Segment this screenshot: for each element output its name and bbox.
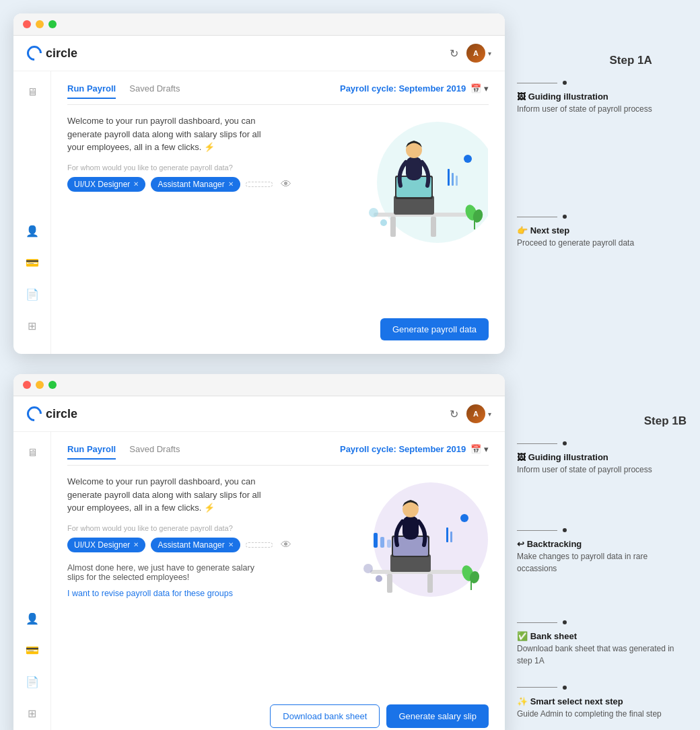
close-btn-1a[interactable] [23, 20, 31, 28]
illustration-svg-1b [333, 472, 488, 614]
sidebar-user-icon-1b[interactable]: 👤 [22, 608, 43, 629]
sidebar-monitor-icon[interactable]: 🖥 [23, 82, 42, 102]
download-bank-sheet-btn[interactable]: Download bank sheet [270, 704, 380, 728]
titlebar-1b [13, 374, 505, 396]
svg-rect-17 [456, 176, 458, 186]
avatar-wrap-1a[interactable]: A ▾ [466, 44, 491, 63]
anno-backtrack-desc-1b: Make changes to payroll data in rare occ… [517, 551, 687, 575]
anno-illus-desc-1b: Inform user of state of payroll process [517, 464, 687, 476]
eye-icon-1a[interactable]: 👁 [281, 178, 291, 190]
anno-bank-emoji-1b: ✅ [517, 631, 528, 641]
tag-assistant-label-1b: Assistant Manager [158, 540, 224, 550]
sidebar-card-icon[interactable]: 💳 [22, 252, 43, 273]
tab-saved-drafts-1a[interactable]: Saved Drafts [129, 83, 180, 99]
welcome-text-1a: Welcome to your run payroll dashboard, y… [67, 114, 276, 154]
payroll-cycle-value-1b[interactable]: September 2019 [398, 444, 466, 454]
avatar-1a: A [466, 44, 485, 63]
svg-rect-37 [450, 532, 452, 542]
tag-uiux-1a[interactable]: UI/UX Designer ✕ [67, 177, 145, 192]
anno-next-desc-1a: Proceed to generate payroll data [517, 238, 652, 249]
chevron-down-icon-1a: ▾ [488, 50, 491, 57]
anno-backtrack-emoji-1b: ↩ [517, 539, 524, 549]
anno-illustration-1b: 🖼 Guiding illustration Inform user of st… [517, 452, 687, 476]
svg-point-9 [464, 155, 472, 163]
anno-smart-title-1b: Smart select next step [530, 696, 623, 706]
app-body-1a: 🖥 👤 💳 📄 ⊞ Payroll cycle: September 2019 [13, 71, 505, 354]
step1b-window: circle ↻ A ▾ 🖥 👤 💳 [13, 374, 505, 730]
illustration-svg-1a [333, 108, 488, 256]
svg-point-10 [380, 219, 387, 226]
anno-smart-emoji-1b: ✨ [517, 696, 528, 706]
maximize-btn-1b[interactable] [48, 381, 57, 389]
sidebar-doc-icon[interactable]: 📄 [22, 284, 43, 305]
generate-salary-slip-btn[interactable]: Generate salary slip [386, 704, 489, 728]
tab-saved-drafts-1b[interactable]: Saved Drafts [129, 444, 180, 460]
tag-uiux-1b[interactable]: UI/UX Designer ✕ [67, 538, 145, 552]
tab-run-payroll-1b[interactable]: Run Payroll [67, 444, 116, 460]
sidebar-grid-icon[interactable]: ⊞ [24, 316, 40, 336]
sidebar-bottom-1a: 👤 💳 📄 ⊞ [22, 221, 43, 343]
payroll-cycle-label-1b: Payroll cycle: [340, 444, 396, 454]
payroll-cycle-value-1a[interactable]: September 2019 [398, 83, 466, 94]
svg-rect-31 [380, 537, 384, 548]
anno-illus-desc-1a: Inform user of state of payroll process [517, 104, 652, 115]
anno-next-emoji-1a: 👉 [517, 225, 528, 235]
minimize-btn-1b[interactable] [36, 381, 44, 389]
logo-text-1b: circle [46, 407, 77, 421]
logo-1a: circle [27, 46, 77, 61]
almost-done-text: Almost done here, we just have to genera… [67, 563, 269, 582]
svg-rect-2 [390, 217, 396, 237]
tag-input-1a[interactable] [246, 182, 273, 187]
tag-uiux-label-1a: UI/UX Designer [74, 180, 130, 189]
svg-rect-7 [406, 157, 422, 180]
avatar-1b: A [466, 404, 485, 423]
refresh-icon-1b[interactable]: ↻ [450, 408, 458, 421]
logo-icon-1a [24, 42, 44, 63]
svg-rect-25 [403, 516, 419, 540]
chevron-down-icon-1b: ▾ [488, 410, 491, 418]
generate-payroll-btn-1a[interactable]: Generate payroll data [380, 318, 489, 340]
tag-uiux-remove-1a[interactable]: ✕ [133, 180, 139, 188]
welcome-text-1b: Welcome to your run payroll dashboard, y… [67, 475, 276, 515]
main-content-1a: Payroll cycle: September 2019 📅 ▾ Run Pa… [51, 71, 505, 354]
tag-uiux-remove-1b[interactable]: ✕ [133, 541, 139, 548]
payroll-cycle-1a: Payroll cycle: September 2019 📅 ▾ [340, 83, 489, 94]
anno-bank-title-1b: Bank sheet [530, 631, 577, 641]
illustration-1a [330, 105, 491, 260]
refresh-icon-1a[interactable]: ↻ [450, 47, 458, 60]
anno-backtrack-title-1b: Backtracking [527, 539, 582, 549]
anno-nextstep-1a: 👉 Next step Proceed to generate payroll … [517, 225, 652, 249]
tag-input-1b[interactable] [246, 542, 273, 548]
anno-illus-title-1a: Guiding illustration [528, 92, 608, 102]
anno-next-title-1a: Next step [530, 225, 570, 235]
header-right-1b: ↻ A ▾ [450, 404, 491, 423]
anno-bank-desc-1b: Download bank sheet that was generated i… [517, 643, 687, 667]
eye-icon-1b[interactable]: 👁 [281, 539, 291, 551]
close-btn-1b[interactable] [23, 381, 31, 389]
anno-smartselect-1b: ✨ Smart select next step Guide Admin to … [517, 696, 687, 720]
anno-backtrack-1b: ↩ Backtracking Make changes to payroll d… [517, 539, 687, 575]
tag-assistant-1a[interactable]: Assistant Manager ✕ [151, 177, 240, 192]
tab-run-payroll-1a[interactable]: Run Payroll [67, 83, 116, 99]
svg-rect-30 [374, 533, 378, 548]
sidebar-card-icon-1b[interactable]: 💳 [22, 640, 43, 661]
sidebar-grid-icon-1b[interactable]: ⊞ [24, 703, 40, 724]
illustration-1b [330, 466, 491, 620]
sidebar-monitor-icon-1b[interactable]: 🖥 [23, 443, 42, 463]
sidebar-1a: 🖥 👤 💳 📄 ⊞ [13, 71, 51, 354]
svg-rect-20 [387, 574, 392, 593]
sidebar-doc-icon-1b[interactable]: 📄 [22, 671, 43, 692]
anno-smart-desc-1b: Guide Admin to completing the final step [517, 708, 687, 720]
tag-assistant-remove-1b[interactable]: ✕ [228, 541, 234, 548]
tag-assistant-label-1a: Assistant Manager [158, 180, 224, 189]
anno-illus-emoji-1a: 🖼 [517, 92, 526, 102]
maximize-btn-1a[interactable] [48, 20, 57, 28]
avatar-wrap-1b[interactable]: A ▾ [466, 404, 491, 423]
tag-assistant-1b[interactable]: Assistant Manager ✕ [151, 538, 240, 552]
minimize-btn-1a[interactable] [36, 20, 44, 28]
sidebar-user-icon[interactable]: 👤 [22, 221, 43, 242]
tag-assistant-remove-1a[interactable]: ✕ [228, 180, 234, 188]
anno-illus-emoji-1b: 🖼 [517, 452, 526, 462]
payroll-cycle-label-1a: Payroll cycle: [340, 83, 396, 94]
svg-rect-36 [446, 527, 448, 542]
